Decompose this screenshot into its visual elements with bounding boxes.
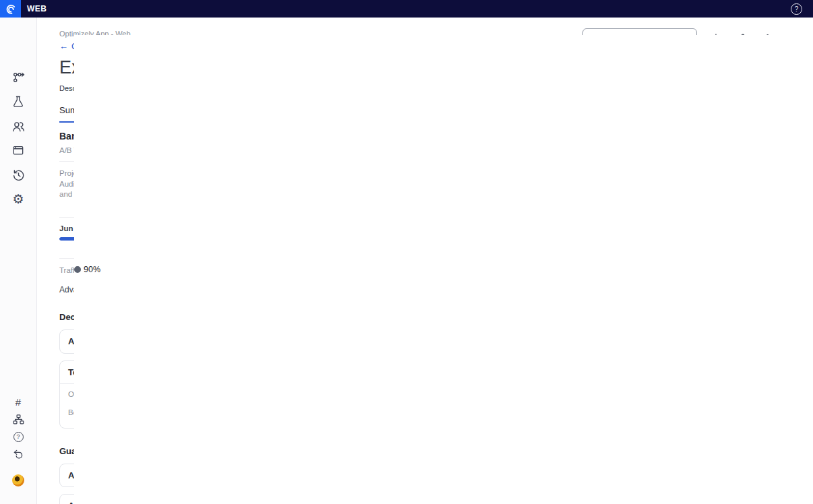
decision-table: Variations Metric Value Improvement Conf…: [289, 459, 797, 504]
hash-glyph: #: [16, 396, 21, 408]
hash-icon[interactable]: #: [11, 395, 25, 408]
main-area: Optimizely App - Web ← Overview Experime…: [37, 18, 813, 504]
decision-table-wrap: Variations Metric Value Improvement Conf…: [289, 459, 800, 504]
gear-glyph: ⚙: [12, 193, 24, 206]
product-name: WEB: [27, 4, 47, 13]
experiments-flask-icon[interactable]: [11, 94, 26, 109]
content-row: Banner_Movie Options A/B Test Running %9…: [37, 123, 813, 504]
flags-flow-icon[interactable]: [11, 70, 26, 85]
sitemap-icon[interactable]: [11, 412, 25, 426]
user-avatar[interactable]: [12, 474, 24, 486]
app-root: WEB ? ⚙: [0, 0, 813, 504]
undo-icon[interactable]: [11, 447, 25, 461]
back-arrow-icon: ←: [59, 41, 68, 51]
rail-bottom-group: # ?: [11, 395, 25, 486]
history-icon[interactable]: [11, 167, 26, 182]
table-row-partial: 90%: [289, 501, 797, 504]
help-glyph: ?: [13, 432, 24, 442]
stat-sig-value: 90%: [289, 459, 800, 504]
results-column: Results last updated: August 25, 2025 at…: [289, 123, 800, 504]
audiences-users-icon[interactable]: [11, 119, 26, 133]
optimizely-logo-icon[interactable]: [0, 0, 21, 18]
left-rail: ⚙ # ?: [0, 18, 37, 504]
pages-window-icon[interactable]: [11, 143, 26, 158]
help-circle-icon[interactable]: ?: [11, 430, 25, 443]
topbar: WEB ?: [0, 0, 813, 18]
help-glyph: ?: [795, 5, 799, 13]
settings-gear-icon[interactable]: ⚙: [11, 191, 26, 206]
help-icon[interactable]: ?: [791, 3, 802, 15]
audiences-joiner: and: [59, 190, 72, 198]
